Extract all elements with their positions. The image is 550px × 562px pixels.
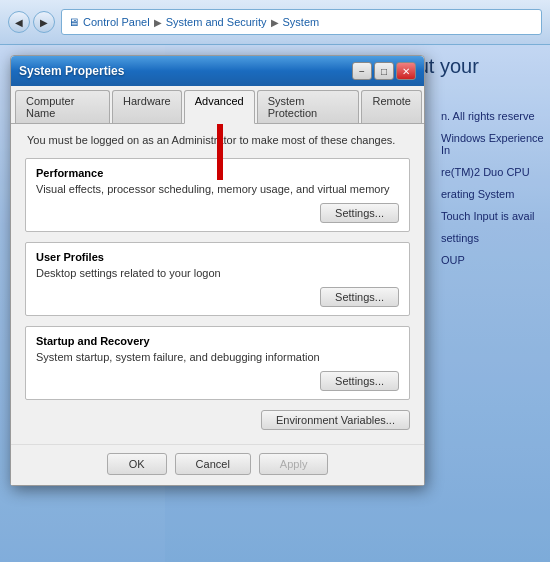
performance-section: Performance Visual effects, processor sc… [25,158,410,232]
system-properties-dialog: System Properties − □ ✕ Computer Name Ha… [10,55,425,486]
user-profiles-section: User Profiles Desktop settings related t… [25,242,410,316]
admin-notice: You must be logged on as an Administrato… [25,134,410,146]
tab-advanced[interactable]: Advanced [184,90,255,124]
ok-button[interactable]: OK [107,453,167,475]
startup-recovery-settings-button[interactable]: Settings... [320,371,399,391]
desktop-background: ◀ ▶ 🖥 Control Panel ▶ System and Securit… [0,0,550,562]
dialog-overlay: System Properties − □ ✕ Computer Name Ha… [0,0,550,562]
performance-desc: Visual effects, processor scheduling, me… [36,183,399,195]
tab-remote[interactable]: Remote [361,90,422,123]
dialog-body: You must be logged on as an Administrato… [11,124,424,444]
maximize-button[interactable]: □ [374,62,394,80]
performance-title: Performance [36,167,399,179]
env-btn-row: Environment Variables... [25,410,410,430]
dialog-titlebar: System Properties − □ ✕ [11,56,424,86]
close-button[interactable]: ✕ [396,62,416,80]
startup-recovery-title: Startup and Recovery [36,335,399,347]
cancel-button[interactable]: Cancel [175,453,251,475]
startup-recovery-desc: System startup, system failure, and debu… [36,351,399,363]
tabs-row: Computer Name Hardware Advanced System P… [11,86,424,124]
startup-recovery-section: Startup and Recovery System startup, sys… [25,326,410,400]
user-profiles-desc: Desktop settings related to your logon [36,267,399,279]
tab-system-protection[interactable]: System Protection [257,90,360,123]
performance-settings-button[interactable]: Settings... [320,203,399,223]
environment-variables-button[interactable]: Environment Variables... [261,410,410,430]
titlebar-buttons: − □ ✕ [352,62,416,80]
tab-computer-name[interactable]: Computer Name [15,90,110,123]
dialog-footer: OK Cancel Apply [11,444,424,485]
user-profiles-settings-button[interactable]: Settings... [320,287,399,307]
user-profiles-title: User Profiles [36,251,399,263]
apply-button[interactable]: Apply [259,453,329,475]
tab-hardware[interactable]: Hardware [112,90,182,123]
dialog-title: System Properties [19,64,124,78]
minimize-button[interactable]: − [352,62,372,80]
